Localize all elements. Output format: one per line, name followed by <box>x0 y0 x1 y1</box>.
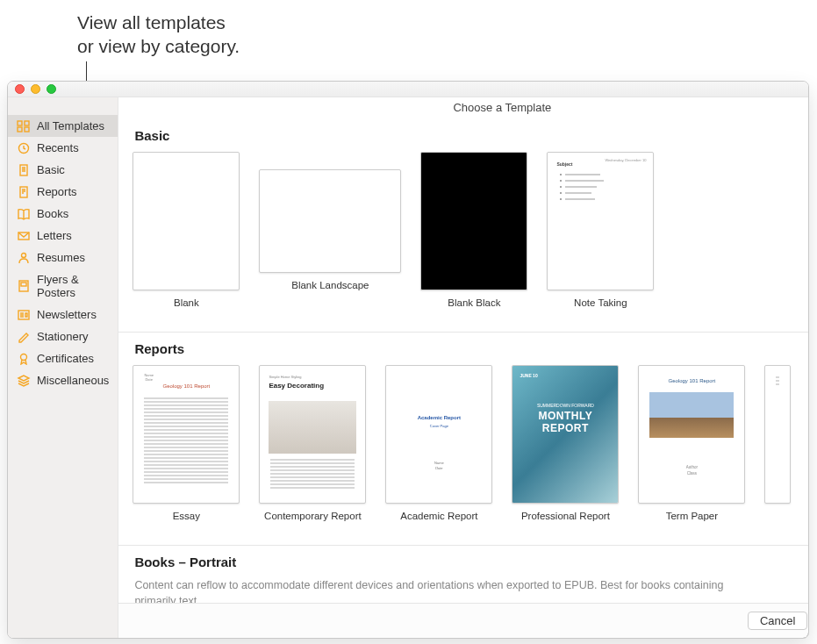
sidebar-item-all-templates[interactable]: All Templates <box>8 115 118 137</box>
grid-icon <box>17 120 31 132</box>
svg-rect-6 <box>20 187 27 197</box>
template-professional-report[interactable]: JUNE 10 SUMMERDOWN FORWARD MONTHLY REPOR… <box>512 365 619 534</box>
template-label: Blank Black <box>420 297 527 321</box>
template-blank-landscape[interactable]: Blank Landscape <box>259 152 401 321</box>
template-thumbnail <box>764 365 791 504</box>
flyer-icon <box>17 280 31 292</box>
sidebar-item-certificates[interactable]: Certificates <box>8 347 118 369</box>
sidebar-item-resumes[interactable]: Resumes <box>8 247 118 268</box>
svg-point-12 <box>21 354 27 360</box>
sidebar-item-newsletters[interactable]: Newsletters <box>8 304 118 326</box>
svg-rect-2 <box>18 127 22 132</box>
pencil-icon <box>17 331 31 343</box>
template-label: Academic Report <box>385 510 492 534</box>
svg-rect-10 <box>21 283 26 286</box>
sidebar-item-basic[interactable]: Basic <box>8 159 118 181</box>
sidebar-item-recents[interactable]: Recents <box>8 137 118 159</box>
template-thumbnail <box>420 152 527 290</box>
template-essay[interactable]: NameDate Geology 101 Report Essay <box>133 365 240 534</box>
template-label: Note Taking <box>547 297 654 321</box>
sidebar-item-flyers-posters[interactable]: Flyers & Posters <box>8 268 118 304</box>
sidebar-item-books[interactable]: Books <box>8 203 118 225</box>
callout-annotation: View all templates or view by category. <box>77 11 240 59</box>
template-partial[interactable] <box>764 365 791 534</box>
letter-icon <box>17 230 31 242</box>
window-controls <box>15 84 56 94</box>
window-title: Choose a Template <box>118 97 809 121</box>
reports-templates-row: NameDate Geology 101 Report Essay <box>133 365 809 540</box>
person-icon <box>17 252 31 264</box>
template-thumbnail <box>259 169 401 273</box>
template-label: Professional Report <box>512 510 619 534</box>
section-heading-books: Books – Portrait <box>134 555 809 569</box>
template-label: Contemporary Report <box>259 510 366 534</box>
sidebar-item-reports[interactable]: Reports <box>8 181 118 203</box>
template-thumbnail: JUNE 10 SUMMERDOWN FORWARD MONTHLY REPOR… <box>512 365 619 504</box>
category-sidebar: All Templates Recents Basic Reports Book… <box>8 97 118 638</box>
document-icon <box>17 164 31 176</box>
sidebar-item-label: Stationery <box>37 330 89 343</box>
sidebar-item-label: Basic <box>37 163 65 176</box>
section-heading-basic: Basic <box>134 128 809 143</box>
template-thumbnail: Academic Report Cover Page NameDate <box>385 365 492 504</box>
sidebar-item-label: Recents <box>37 141 79 154</box>
basic-templates-row: Blank Blank Landscape Blank Black Wednes… <box>133 152 809 326</box>
svg-rect-0 <box>18 121 22 125</box>
template-thumbnail: Geology 101 Report AuthorClass <box>638 365 745 504</box>
svg-rect-3 <box>25 127 29 132</box>
template-academic-report[interactable]: Academic Report Cover Page NameDate Acad… <box>385 365 492 534</box>
main-content: Choose a Template Basic Blank Blank Land… <box>118 97 809 638</box>
template-term-paper[interactable]: Geology 101 Report AuthorClass Term Pape… <box>638 365 745 534</box>
template-thumbnail: Simple Home Styling Easy Decorating <box>259 365 366 504</box>
section-divider <box>118 332 809 333</box>
section-heading-reports: Reports <box>134 341 809 356</box>
dialog-footer: Cancel Create <box>118 603 809 638</box>
stack-icon <box>17 375 31 387</box>
sidebar-item-label: Miscellaneous <box>37 374 109 387</box>
sidebar-item-label: All Templates <box>37 119 104 132</box>
template-label: Blank <box>133 297 240 321</box>
sidebar-item-stationery[interactable]: Stationery <box>8 326 118 347</box>
minimize-window-button[interactable] <box>31 84 40 94</box>
svg-rect-5 <box>20 165 27 175</box>
template-contemporary-report[interactable]: Simple Home Styling Easy Decorating Cont… <box>259 365 366 534</box>
book-icon <box>17 208 31 220</box>
sidebar-item-label: Newsletters <box>37 308 97 321</box>
template-thumbnail <box>133 152 240 290</box>
sidebar-item-label: Reports <box>37 185 77 198</box>
sidebar-item-label: Resumes <box>37 251 85 264</box>
close-window-button[interactable] <box>15 84 25 94</box>
template-blank[interactable]: Blank <box>133 152 240 321</box>
sidebar-item-label: Certificates <box>37 352 94 365</box>
clock-icon <box>17 142 31 154</box>
sidebar-item-label: Letters <box>37 229 72 242</box>
zoom-window-button[interactable] <box>47 84 56 94</box>
titlebar <box>8 82 808 97</box>
sidebar-item-label: Books <box>37 207 68 220</box>
section-divider <box>118 545 809 546</box>
template-chooser-window: All Templates Recents Basic Reports Book… <box>7 81 809 639</box>
template-note-taking[interactable]: Wednesday, December 10 Subject Note Taki… <box>547 152 654 321</box>
ribbon-icon <box>17 353 31 365</box>
sidebar-item-label: Flyers & Posters <box>37 273 109 299</box>
report-icon <box>17 186 31 198</box>
sidebar-item-miscellaneous[interactable]: Miscellaneous <box>8 369 118 391</box>
template-label: Blank Landscape <box>259 279 401 304</box>
newsletter-icon <box>17 309 31 321</box>
svg-point-8 <box>22 253 26 257</box>
svg-rect-1 <box>25 121 29 125</box>
sidebar-item-letters[interactable]: Letters <box>8 225 118 247</box>
template-label: Term Paper <box>638 510 745 534</box>
template-thumbnail: NameDate Geology 101 Report <box>133 365 240 504</box>
template-label: Essay <box>133 510 240 534</box>
template-blank-black[interactable]: Blank Black <box>420 152 527 321</box>
cancel-button[interactable]: Cancel <box>748 612 807 630</box>
template-thumbnail: Wednesday, December 10 Subject <box>547 152 654 290</box>
